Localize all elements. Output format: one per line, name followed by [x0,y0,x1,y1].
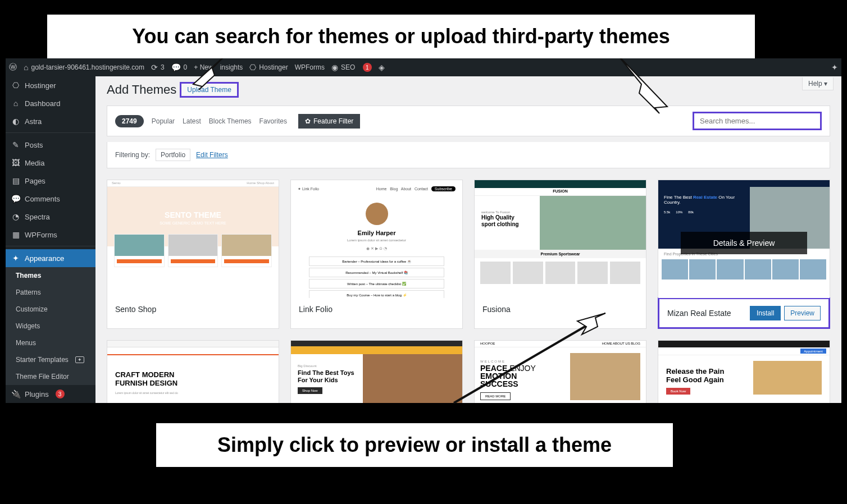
theme-card[interactable]: SentoHome Shop AboutSENTO THEMESOME GENE… [107,180,279,329]
arrow-to-search [611,51,678,118]
theme-thumbnail[interactable]: CRAFT MODERNFURNISH DESIGNLorem ipsum do… [107,341,279,403]
admin-sidebar: ⎔Hostinger⌂Dashboard◐Astra✎Posts🖾Media▤P… [6,76,95,403]
menu-label: Comments [25,195,60,203]
theme-card[interactable]: CRAFT MODERNFURNISH DESIGNLorem ipsum do… [107,340,279,403]
svg-marker-3 [577,313,605,335]
details-preview-overlay[interactable]: Details & Preview [681,232,807,254]
sidebar-item-plugins[interactable]: 🔌Plugins3 [6,385,95,403]
theme-thumbnail[interactable]: ✦ Link FolioHome Blog About Contact Subs… [291,180,462,298]
feature-filter-button[interactable]: ✿Feature Filter [298,114,360,129]
tab-popular[interactable]: Popular [152,117,175,125]
submenu-item-starter-templates[interactable]: Starter Templates✦ [6,351,95,368]
theme-card[interactable]: Fine The Best Real Estate On Your Countr… [658,180,830,329]
theme-card[interactable]: Big DiscountFind The Best ToysFor Your K… [290,340,463,403]
site-link[interactable]: ⌂gold-tarsier-906461.hostingersite.com [24,63,144,72]
theme-name-bar: Sento Shop [107,298,279,320]
menu-label: Dashboard [25,99,61,108]
svg-marker-0 [193,54,227,90]
menu-icon: ◔ [11,212,20,221]
menu-label: Posts [25,141,43,149]
page-title: Add Themes [107,83,176,97]
menu-icon: ✎ [11,140,20,149]
star-badge-icon: ✦ [75,356,84,363]
seo-link[interactable]: ◉SEO 1 [331,63,372,72]
theme-card[interactable]: AppointmentRelease the PainFeel Good Aga… [658,340,830,403]
arrow-to-install [443,308,611,409]
search-themes-input[interactable] [693,112,822,130]
theme-count: 2749 [115,115,144,127]
diamond-icon[interactable]: ◈ [379,63,385,72]
menu-icon: 💬 [11,194,20,203]
submenu-item-widgets[interactable]: Widgets [6,318,95,335]
menu-icon: ◐ [11,117,20,126]
menu-label: Media [25,159,44,167]
wp-logo-icon[interactable]: ⓦ [9,62,17,72]
filtering-row: Filtering by: Portfolio Edit Filters [107,142,830,168]
theme-card[interactable]: ✦ Link FolioHome Blog About Contact Subs… [290,180,463,329]
annotation-bottom: Simply click to preview or install a the… [156,423,673,467]
menu-label: Plugins [25,390,49,398]
install-button[interactable]: Install [750,306,781,320]
annotation-top: You can search for themes or upload thir… [47,15,755,58]
svg-marker-1 [617,54,667,113]
sidebar-item-spectra[interactable]: ◔Spectra [6,208,95,226]
submenu-item-patterns[interactable]: Patterns [6,284,95,301]
menu-label: Astra [25,117,42,126]
help-tab[interactable]: Help ▾ [802,77,834,90]
menu-label: Pages [25,177,45,185]
filtering-label: Filtering by: [115,151,150,159]
filter-bar: 2749 Popular Latest Block Themes Favorit… [107,106,830,136]
theme-card[interactable]: FUSIONwelcome To FusionHigh Quality spor… [474,180,646,329]
menu-icon: ▤ [11,176,20,185]
menu-label: WPForms [25,231,57,239]
menu-icon: 🖾 [11,158,20,167]
wpforms-link[interactable]: WPForms [295,63,325,71]
theme-name: Mizan Real Estate [667,309,731,318]
menu-icon: ⌂ [11,99,20,108]
theme-thumbnail[interactable]: AppointmentRelease the PainFeel Good Aga… [658,341,830,403]
submenu-item-themes[interactable]: Themes [6,267,95,284]
theme-thumbnail[interactable]: Big DiscountFind The Best ToysFor Your K… [291,341,462,403]
edit-filters-link[interactable]: Edit Filters [196,151,228,159]
submenu-item-customize[interactable]: Customize [6,301,95,318]
sidebar-item-hostinger[interactable]: ⎔Hostinger [6,76,95,94]
tab-favorites[interactable]: Favorites [259,117,287,125]
sidebar-item-wpforms[interactable]: ▦WPForms [6,226,95,244]
theme-name-bar: Mizan Real EstateInstallPreview [658,297,830,329]
hostinger-link[interactable]: ⎔Hostinger [249,63,288,72]
preview-button[interactable]: Preview [784,306,821,320]
wp-admin-window: ⓦ ⌂gold-tarsier-906461.hostingersite.com… [6,58,841,403]
tab-block-themes[interactable]: Block Themes [209,117,252,125]
theme-thumbnail[interactable]: Fine The Best Real Estate On Your Countr… [658,180,830,298]
comments-link[interactable]: 💬0 [171,63,188,72]
menu-icon: ▦ [11,230,20,239]
sidebar-item-astra[interactable]: ◐Astra [6,112,95,130]
sidebar-item-posts[interactable]: ✎Posts [6,136,95,154]
menu-icon: ✦ [11,254,20,263]
plugin-count-badge: 3 [56,390,65,398]
filter-tag: Portfolio [156,149,190,161]
theme-thumbnail[interactable]: SentoHome Shop AboutSENTO THEMESOME GENE… [107,180,279,298]
sidebar-item-comments[interactable]: 💬Comments [6,190,95,208]
theme-name: Link Folio [299,305,333,314]
sidebar-item-pages[interactable]: ▤Pages [6,172,95,190]
menu-icon: ⎔ [11,81,20,90]
menu-label: Appearance [25,254,64,263]
theme-name-bar: Link Folio [291,298,462,320]
tab-latest[interactable]: Latest [183,117,201,125]
sidebar-item-dashboard[interactable]: ⌂Dashboard [6,94,95,112]
submenu-item-menus[interactable]: Menus [6,335,95,351]
seo-badge: 1 [363,63,372,72]
menu-label: Spectra [25,213,50,221]
gear-icon: ✿ [305,117,311,125]
sidebar-item-media[interactable]: 🖾Media [6,154,95,172]
theme-thumbnail[interactable]: FUSIONwelcome To FusionHigh Quality spor… [475,180,646,298]
svg-line-2 [454,324,589,403]
menu-icon: 🔌 [11,390,20,398]
theme-name: Sento Shop [115,305,156,314]
admin-bar: ⓦ ⌂gold-tarsier-906461.hostingersite.com… [6,58,841,76]
submenu-item-theme-file-editor[interactable]: Theme File Editor [6,368,95,385]
sidebar-item-appearance[interactable]: ✦Appearance [6,249,95,267]
updates-link[interactable]: ⟳3 [151,63,165,72]
sparkle-icon[interactable]: ✦ [831,63,838,72]
